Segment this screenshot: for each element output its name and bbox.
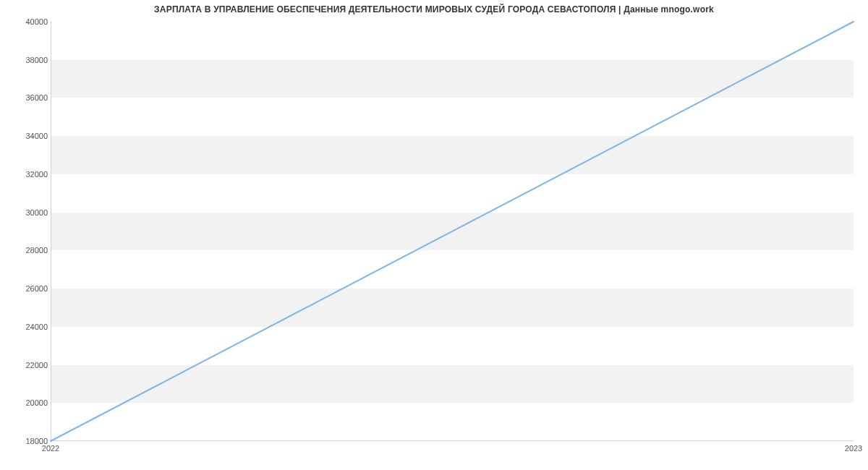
plot-area: [51, 22, 854, 441]
y-tick-label: 38000: [4, 56, 48, 64]
chart-title: ЗАРПЛАТА В УПРАВЛЕНИЕ ОБЕСПЕЧЕНИЯ ДЕЯТЕЛ…: [0, 4, 868, 14]
x-tick-label: 2023: [845, 444, 862, 453]
chart-container: ЗАРПЛАТА В УПРАВЛЕНИЕ ОБЕСПЕЧЕНИЯ ДЕЯТЕЛ…: [0, 0, 868, 470]
series-line: [51, 22, 854, 441]
y-tick-label: 40000: [4, 17, 48, 26]
y-tick-label: 20000: [4, 398, 48, 407]
y-tick-label: 34000: [4, 132, 48, 140]
y-tick-label: 32000: [4, 170, 48, 179]
y-tick-label: 28000: [4, 246, 48, 255]
y-tick-label: 22000: [4, 361, 48, 369]
y-tick-label: 30000: [4, 208, 48, 217]
y-tick-label: 24000: [4, 322, 48, 331]
y-tick-label: 36000: [4, 93, 48, 102]
x-tick-label: 2022: [42, 444, 59, 453]
y-tick-label: 26000: [4, 284, 48, 293]
series-path: [51, 22, 854, 441]
